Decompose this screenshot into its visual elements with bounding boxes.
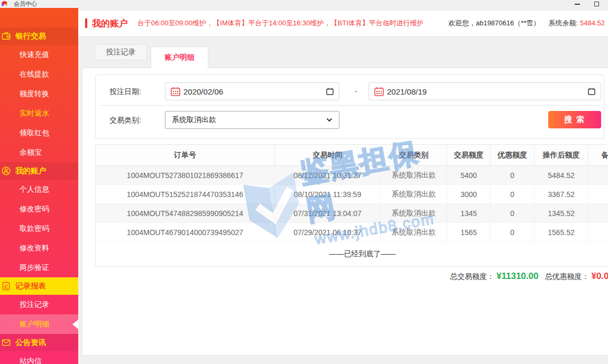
column-header: 交易额度 — [447, 145, 491, 166]
sidebar-item-bet-records[interactable]: 投注记录 — [0, 295, 78, 314]
table-cell: 1565.52 — [535, 223, 588, 242]
sidebar-item-yuebao[interactable]: 余额宝 — [0, 143, 78, 162]
maximize-icon — [594, 2, 599, 6]
minimize-button[interactable] — [571, 0, 584, 8]
sidebar-item-label: 两步验证 — [20, 263, 49, 273]
calendar-icon — [374, 87, 384, 96]
sidebar-item-label: 银行交易 — [15, 31, 46, 41]
table-cell: 08/12/2021 10:31:27 — [275, 166, 381, 185]
column-header: 订单号 — [96, 145, 275, 166]
category-label: 交易类别: — [109, 111, 141, 129]
datepicker-icon[interactable] — [326, 88, 334, 95]
sidebar-item-label: 投注记录 — [20, 300, 49, 310]
table-cell: 0 — [491, 204, 535, 223]
total-trade-label: 总交易额度： — [450, 272, 494, 282]
table-cell: 0 — [491, 185, 535, 204]
table-cell — [588, 166, 608, 185]
sidebar-item-red-packet[interactable]: 领取红包 — [0, 123, 78, 143]
balance-value: 5484.52 — [580, 19, 605, 27]
system-balance: 系统余额:5484.52 — [548, 18, 605, 28]
table-row: 1004MOUT515252187447035314608/10/2021 11… — [96, 185, 608, 204]
table-cell: 1004MOUT5152521874470353146 — [96, 185, 275, 204]
sidebar-item-credit-transfer[interactable]: 额度转换 — [0, 84, 78, 104]
title-accent-bar — [85, 18, 87, 28]
sidebar-item-change-password[interactable]: 修改密码 — [0, 199, 78, 219]
column-header: 备注 — [588, 145, 608, 166]
table-cell: 5400 — [447, 166, 491, 185]
sidebar-item-label: 公告资讯 — [15, 338, 46, 348]
tab-bet-records[interactable]: 投注记录 — [95, 44, 147, 60]
date-range-label: 投注日期: — [109, 82, 141, 100]
selected-item-arrow-icon — [72, 320, 78, 329]
calendar-icon — [171, 87, 180, 96]
sidebar-item-label: 在线提款 — [20, 70, 49, 79]
table-cell: 1004MOUT4679014000739495027 — [96, 223, 275, 242]
page-header: 我的账户 台于06:00至09:00维护，【IM体育】平台于14:00至16:3… — [78, 11, 608, 36]
wallet-icon — [2, 32, 11, 41]
sidebar-section-my-account[interactable]: 我的账户 — [0, 162, 78, 180]
tab-account-details[interactable]: 账户明细 — [151, 46, 208, 68]
sidebar-item-withdraw-password[interactable]: 取款密码 — [0, 219, 78, 238]
table-cell: 5484.52 — [535, 166, 588, 185]
total-discount-label: 总优惠额度： — [545, 272, 589, 282]
mail-icon — [2, 338, 11, 347]
table-header-row: 订单号交易时间交易类别交易额度优惠额度操作后额度备注 — [96, 145, 608, 166]
sidebar-item-online-withdraw[interactable]: 在线提款 — [0, 64, 78, 84]
filter-divider — [100, 105, 600, 106]
sidebar-item-label: 余额宝 — [20, 148, 42, 157]
table-cell: 07/29/2021 06:10:37 — [275, 223, 381, 242]
sidebar-item-account-details[interactable]: 账户明细 — [0, 314, 78, 334]
date-to-input[interactable]: 2021/08/19 — [369, 82, 601, 100]
sidebar-item-personal-info[interactable]: 个人信息 — [0, 180, 78, 199]
report-icon — [2, 282, 11, 291]
sidebar-item-edit-profile[interactable]: 修改资料 — [0, 238, 78, 258]
sidebar-item-label: 修改资料 — [20, 244, 49, 253]
total-trade-value: ¥11310.00 — [496, 271, 538, 282]
sidebar-item-label: 记录报表 — [15, 281, 46, 291]
sidebar-item-label: 取款密码 — [20, 224, 49, 234]
maximize-button[interactable] — [590, 0, 603, 8]
sidebar-section-bank-transactions[interactable]: 银行交易 — [0, 27, 78, 45]
search-button[interactable]: 搜 索 — [548, 111, 601, 128]
page-title: 我的账户 — [92, 17, 128, 30]
sidebar-item-label: 站内信 — [20, 357, 42, 364]
date-from-input[interactable]: 2020/02/06 — [165, 82, 339, 100]
column-header: 交易类别 — [381, 145, 447, 166]
column-header: 操作后额度 — [535, 145, 588, 166]
sidebar-item-label: 快速充值 — [20, 50, 49, 60]
header-user-area: 欢迎您，ab19870616（**雪） 系统余额:5484.52 — [448, 18, 608, 28]
range-separator: - — [352, 82, 360, 100]
table-row: 1004MOUT467901400073949502707/29/2021 06… — [96, 223, 608, 242]
welcome-text: 欢迎您，ab19870616（**雪） — [448, 18, 540, 28]
content-panel: 投注日期: 2020/02/06 - 2021/08/19 交易类别: 系统取消… — [82, 68, 608, 356]
sidebar-item-label: 领取红包 — [20, 128, 49, 138]
balance-label: 系统余额: — [548, 19, 578, 27]
user-icon — [2, 166, 11, 175]
sidebar-item-label: 额度转换 — [20, 89, 49, 99]
datepicker-icon[interactable] — [588, 88, 595, 95]
sidebar-item-quick-recharge[interactable]: 快速充值 — [0, 45, 78, 64]
table-cell: 08/10/2021 11:39:59 — [275, 185, 381, 204]
table-cell: 3000 — [447, 185, 491, 204]
table-cell: 1004MOUT5273801021869386617 — [96, 166, 275, 185]
column-header: 优惠额度 — [491, 145, 535, 166]
sidebar-section-records-report[interactable]: 记录报表 — [0, 277, 78, 295]
table-cell: 3367.52 — [535, 185, 588, 204]
maintenance-notice: 台于06:00至09:00维护，【IM体育】平台于14:00至16:30维护，【… — [137, 18, 423, 28]
sidebar-item-site-mail[interactable]: 站内信 — [0, 351, 78, 364]
table-row: 1004MOUT547488298599090521407/31/2021 13… — [96, 204, 608, 223]
table-cell: 系统取消出款 — [381, 185, 447, 204]
table-cell — [588, 185, 608, 204]
totals-row: 总交易额度： ¥11310.00 总优惠额度： ¥0.00 — [95, 271, 608, 282]
sidebar-item-label: 修改密码 — [20, 204, 49, 214]
category-select[interactable]: 系统取消出款 — [165, 111, 339, 129]
sidebar-item-two-step-verify[interactable]: 两步验证 — [0, 258, 78, 277]
total-discount-value: ¥0.00 — [591, 271, 608, 282]
table-row: 1004MOUT527380102186938661708/12/2021 10… — [96, 166, 608, 185]
sidebar-item-realtime-rebate[interactable]: 实时返水 — [0, 104, 78, 123]
date-to-value: 2021/08/19 — [387, 87, 427, 96]
table-cell: 1004MOUT5474882985990905214 — [96, 204, 275, 223]
category-selected-value: 系统取消出款 — [172, 115, 216, 125]
table-cell — [588, 204, 608, 223]
sidebar-section-announcements[interactable]: 公告资讯 — [0, 334, 78, 351]
